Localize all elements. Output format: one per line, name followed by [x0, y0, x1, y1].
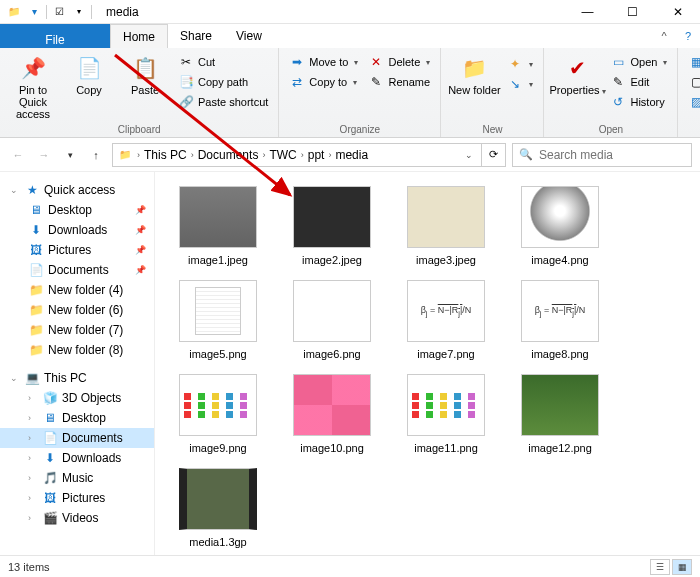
nav-documents2[interactable]: ›📄Documents: [0, 428, 154, 448]
refresh-button[interactable]: ⟳: [482, 143, 506, 167]
chevron-right-icon[interactable]: ›: [189, 150, 196, 160]
cut-button[interactable]: ✂Cut: [174, 52, 272, 72]
move-to-button[interactable]: ➡Move to: [285, 52, 362, 72]
chevron-right-icon[interactable]: ›: [135, 150, 142, 160]
file-item[interactable]: media1.3gp: [163, 464, 273, 552]
history-icon: ↺: [610, 94, 626, 110]
nav-pictures[interactable]: 🖼Pictures📌: [0, 240, 154, 260]
new-item-button[interactable]: ✦: [503, 54, 537, 74]
search-box[interactable]: 🔍: [512, 143, 692, 167]
file-item[interactable]: image2.jpeg: [277, 182, 387, 270]
nav-documents[interactable]: 📄Documents📌: [0, 260, 154, 280]
nav-downloads2[interactable]: ›⬇Downloads: [0, 448, 154, 468]
chevron-right-icon[interactable]: ›: [260, 150, 267, 160]
nav-quick-access[interactable]: ⌄★Quick access: [0, 180, 154, 200]
qa-properties-icon[interactable]: ☑: [51, 4, 67, 20]
paste-button[interactable]: 📋 Paste: [118, 50, 172, 96]
tab-share[interactable]: Share: [168, 24, 224, 48]
file-name: image4.png: [531, 254, 589, 266]
file-item[interactable]: βj = N−|Rj|/Nimage8.png: [505, 276, 615, 364]
copy-button[interactable]: 📄 Copy: [62, 50, 116, 96]
forward-button[interactable]: →: [34, 145, 54, 165]
file-item[interactable]: image1.jpeg: [163, 182, 273, 270]
file-thumbnail: [407, 186, 485, 248]
nav-music[interactable]: ›🎵Music: [0, 468, 154, 488]
up-button[interactable]: ↑: [86, 145, 106, 165]
breadcrumb-item[interactable]: media: [335, 148, 368, 162]
recent-dropdown-icon[interactable]: ▾: [60, 145, 80, 165]
videos-icon: 🎬: [42, 510, 58, 526]
nav-this-pc[interactable]: ⌄💻This PC: [0, 368, 154, 388]
breadcrumb[interactable]: 📁 › This PC › Documents › TWC › ppt › me…: [112, 143, 482, 167]
nav-newfolder8[interactable]: 📁New folder (8): [0, 340, 154, 360]
nav-3d-objects[interactable]: ›🧊3D Objects: [0, 388, 154, 408]
file-item[interactable]: image12.png: [505, 370, 615, 458]
breadcrumb-item[interactable]: Documents: [198, 148, 259, 162]
ribbon: 📌 Pin to Quick access 📄 Copy 📋 Paste ✂Cu…: [0, 48, 700, 138]
chevron-right-icon[interactable]: ›: [326, 150, 333, 160]
minimize-button[interactable]: —: [565, 0, 610, 24]
new-folder-button[interactable]: 📁 New folder: [447, 50, 501, 96]
navigation-pane: ⌄★Quick access 🖥Desktop📌 ⬇Downloads📌 🖼Pi…: [0, 172, 155, 555]
file-item[interactable]: image3.jpeg: [391, 182, 501, 270]
file-thumbnail: [179, 468, 257, 530]
breadcrumb-item[interactable]: This PC: [144, 148, 187, 162]
edit-button[interactable]: ✎Edit: [606, 72, 671, 92]
file-item[interactable]: image5.png: [163, 276, 273, 364]
collapse-ribbon-icon[interactable]: ^: [652, 24, 676, 48]
file-item[interactable]: image10.png: [277, 370, 387, 458]
file-name: image1.jpeg: [188, 254, 248, 266]
back-button[interactable]: ←: [8, 145, 28, 165]
properties-button[interactable]: ✔ Properties: [550, 50, 604, 97]
file-item[interactable]: image11.png: [391, 370, 501, 458]
close-button[interactable]: ✕: [655, 0, 700, 24]
view-icons-button[interactable]: ▦: [672, 559, 692, 575]
history-button[interactable]: ↺History: [606, 92, 671, 112]
nav-pictures2[interactable]: ›🖼Pictures: [0, 488, 154, 508]
edit-icon: ✎: [610, 74, 626, 90]
easy-access-button[interactable]: ↘: [503, 74, 537, 94]
tab-home[interactable]: Home: [110, 24, 168, 48]
nav-desktop[interactable]: 🖥Desktop📌: [0, 200, 154, 220]
delete-button[interactable]: ✕Delete: [364, 52, 434, 72]
qa-save-icon[interactable]: ▾: [26, 4, 42, 20]
tab-file[interactable]: File: [0, 24, 110, 48]
tab-view[interactable]: View: [224, 24, 274, 48]
invert-selection-button[interactable]: ▨Invert selection: [684, 92, 700, 112]
nav-newfolder6[interactable]: 📁New folder (6): [0, 300, 154, 320]
chevron-right-icon[interactable]: ›: [299, 150, 306, 160]
view-details-button[interactable]: ☰: [650, 559, 670, 575]
pictures-icon: 🖼: [42, 490, 58, 506]
nav-downloads[interactable]: ⬇Downloads📌: [0, 220, 154, 240]
documents-icon: 📄: [42, 430, 58, 446]
nav-newfolder4[interactable]: 📁New folder (4): [0, 280, 154, 300]
copy-to-button[interactable]: ⇄Copy to: [285, 72, 362, 92]
ribbon-tabs: File Home Share View ^ ?: [0, 24, 700, 48]
file-item[interactable]: image9.png: [163, 370, 273, 458]
file-item[interactable]: βj = N−|Rj|/Nimage7.png: [391, 276, 501, 364]
open-button[interactable]: ▭Open: [606, 52, 671, 72]
file-item[interactable]: image6.png: [277, 276, 387, 364]
help-icon[interactable]: ?: [676, 24, 700, 48]
select-none-button[interactable]: ▢Select none: [684, 72, 700, 92]
nav-newfolder7[interactable]: 📁New folder (7): [0, 320, 154, 340]
maximize-button[interactable]: ☐: [610, 0, 655, 24]
select-all-button[interactable]: ▦Select all: [684, 52, 700, 72]
breadcrumb-item[interactable]: ppt: [308, 148, 325, 162]
content-area[interactable]: image1.jpegimage2.jpegimage3.jpegimage4.…: [155, 172, 700, 555]
search-input[interactable]: [539, 148, 685, 162]
pin-quickaccess-button[interactable]: 📌 Pin to Quick access: [6, 50, 60, 120]
breadcrumb-item[interactable]: TWC: [269, 148, 296, 162]
qa-dropdown-icon[interactable]: ▾: [71, 4, 87, 20]
copy-path-button[interactable]: 📑Copy path: [174, 72, 272, 92]
file-thumbnail: [293, 374, 371, 436]
group-label-new: New: [447, 124, 537, 137]
file-thumbnail: [179, 374, 257, 436]
paste-shortcut-button[interactable]: 🔗Paste shortcut: [174, 92, 272, 112]
address-dropdown-icon[interactable]: ⌄: [461, 150, 477, 160]
nav-videos[interactable]: ›🎬Videos: [0, 508, 154, 528]
nav-desktop2[interactable]: ›🖥Desktop: [0, 408, 154, 428]
rename-button[interactable]: ✎Rename: [364, 72, 434, 92]
file-item[interactable]: image4.png: [505, 182, 615, 270]
file-name: image6.png: [303, 348, 361, 360]
